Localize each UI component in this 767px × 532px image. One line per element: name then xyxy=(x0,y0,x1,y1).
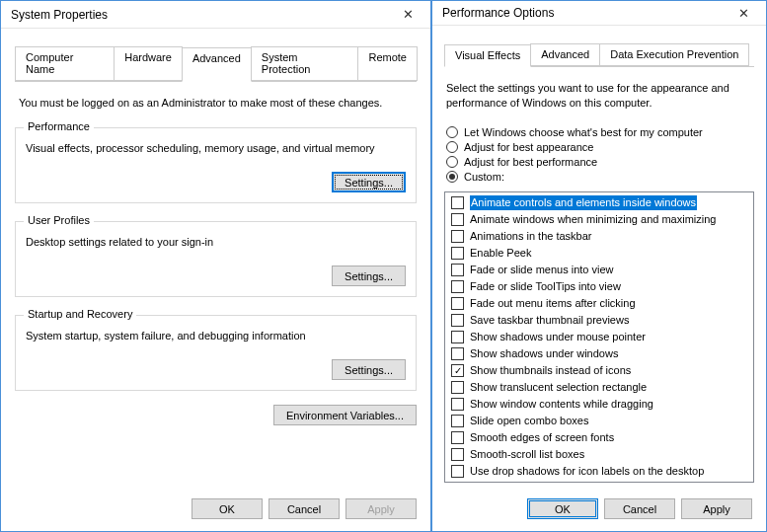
group-description: System startup, system failure, and debu… xyxy=(26,330,406,342)
radio-label: Let Windows choose what's best for my co… xyxy=(464,126,703,138)
list-item-label: Slide open combo boxes xyxy=(470,414,588,428)
startup-settings-button[interactable]: Settings... xyxy=(332,359,406,380)
titlebar: Performance Options ✕ xyxy=(432,1,766,26)
window-title: Performance Options xyxy=(442,6,554,20)
list-item[interactable]: Smooth edges of screen fonts xyxy=(445,429,753,446)
dialog-button-row: OK Cancel Apply xyxy=(1,489,430,531)
environment-variables-button[interactable]: Environment Variables... xyxy=(273,405,417,425)
intro-text: Select the settings you want to use for … xyxy=(446,81,752,110)
checkbox-icon[interactable] xyxy=(451,280,464,293)
radio-option[interactable]: Let Windows choose what's best for my co… xyxy=(446,126,754,138)
list-item[interactable]: Enable Peek xyxy=(445,245,753,262)
radio-group: Let Windows choose what's best for my co… xyxy=(446,123,754,186)
list-item-label: Fade or slide ToolTips into view xyxy=(470,279,621,294)
checkbox-icon[interactable] xyxy=(451,213,464,226)
list-item-label: Enable Peek xyxy=(470,246,531,261)
list-item[interactable]: Show shadows under mouse pointer xyxy=(445,329,753,345)
list-item-label: Fade out menu items after clicking xyxy=(470,296,636,311)
window-body: Visual EffectsAdvancedData Execution Pre… xyxy=(432,26,766,489)
list-item[interactable]: Show translucent selection rectangle xyxy=(445,379,753,396)
apply-button[interactable]: Apply xyxy=(681,498,752,519)
ok-button[interactable]: OK xyxy=(192,498,263,519)
checkbox-icon[interactable] xyxy=(451,415,464,427)
radio-icon xyxy=(446,126,458,138)
group-legend: Startup and Recovery xyxy=(24,308,136,320)
list-item[interactable]: Use drop shadows for icon labels on the … xyxy=(445,463,753,480)
list-item-label: Save taskbar thumbnail previews xyxy=(470,313,629,328)
checkbox-icon[interactable] xyxy=(451,448,464,461)
tab-data-execution-prevention[interactable]: Data Execution Prevention xyxy=(599,43,749,66)
list-item[interactable]: Fade or slide ToolTips into view xyxy=(445,278,753,295)
tab-visual-effects[interactable]: Visual Effects xyxy=(444,44,531,67)
radio-option[interactable]: Custom: xyxy=(446,171,754,183)
tab-system-protection[interactable]: System Protection xyxy=(251,46,359,81)
list-item[interactable]: Fade out menu items after clicking xyxy=(445,295,753,312)
radio-label: Adjust for best appearance xyxy=(464,141,593,153)
checkbox-icon[interactable] xyxy=(451,314,464,327)
list-item-label: Smooth-scroll list boxes xyxy=(470,447,584,462)
list-item[interactable]: Animations in the taskbar xyxy=(445,228,753,245)
list-item-label: Show window contents while dragging xyxy=(470,397,653,412)
list-item-label: Show translucent selection rectangle xyxy=(470,380,647,395)
group-legend: Performance xyxy=(24,120,94,132)
tab-hardware[interactable]: Hardware xyxy=(114,46,183,81)
apply-button[interactable]: Apply xyxy=(345,498,417,519)
checkbox-icon[interactable] xyxy=(451,247,464,260)
ok-button[interactable]: OK xyxy=(527,498,598,519)
list-item[interactable]: Animate controls and elements inside win… xyxy=(445,194,753,211)
cancel-button[interactable]: Cancel xyxy=(604,498,675,519)
list-item[interactable]: Show window contents while dragging xyxy=(445,396,753,413)
list-item[interactable]: Smooth-scroll list boxes xyxy=(445,446,753,463)
tab-advanced[interactable]: Advanced xyxy=(182,47,252,82)
close-button[interactable]: ✕ xyxy=(391,5,424,25)
dialog-button-row: OK Cancel Apply xyxy=(432,489,766,531)
list-item-label: Show thumbnails instead of icons xyxy=(470,363,631,378)
group-performance: Performance Visual effects, processor sc… xyxy=(15,127,417,203)
list-item-label: Show shadows under mouse pointer xyxy=(470,330,646,344)
window-body: Computer NameHardwareAdvancedSystem Prot… xyxy=(1,29,430,489)
list-item[interactable]: Fade or slide menus into view xyxy=(445,262,753,278)
radio-label: Adjust for best performance xyxy=(464,156,597,168)
close-button[interactable]: ✕ xyxy=(727,3,760,23)
list-item-label: Show shadows under windows xyxy=(470,346,618,361)
close-icon: ✕ xyxy=(403,7,414,22)
radio-icon xyxy=(446,141,458,153)
close-icon: ✕ xyxy=(738,6,749,21)
tab-computer-name[interactable]: Computer Name xyxy=(15,46,115,81)
checkbox-icon[interactable] xyxy=(451,331,464,343)
checkbox-icon[interactable] xyxy=(451,364,464,377)
checkbox-icon[interactable] xyxy=(451,196,464,209)
checkbox-icon[interactable] xyxy=(451,230,464,243)
list-item[interactable]: Animate windows when minimizing and maxi… xyxy=(445,211,753,228)
list-item[interactable]: Show thumbnails instead of icons xyxy=(445,362,753,379)
list-item[interactable]: Save taskbar thumbnail previews xyxy=(445,312,753,329)
radio-label: Custom: xyxy=(464,171,504,183)
window-title: System Properties xyxy=(11,8,108,22)
checkbox-icon[interactable] xyxy=(451,297,464,310)
checkbox-icon[interactable] xyxy=(451,431,464,444)
checkbox-icon[interactable] xyxy=(451,264,464,276)
checkbox-icon[interactable] xyxy=(451,465,464,478)
group-description: Desktop settings related to your sign-in xyxy=(26,236,406,248)
tab-advanced[interactable]: Advanced xyxy=(530,43,600,66)
checkbox-icon[interactable] xyxy=(451,347,464,360)
list-item-label: Animate windows when minimizing and maxi… xyxy=(470,212,716,227)
titlebar: System Properties ✕ xyxy=(1,1,430,29)
intro-text: You must be logged on as an Administrato… xyxy=(19,96,413,110)
performance-settings-button[interactable]: Settings... xyxy=(332,172,406,192)
radio-option[interactable]: Adjust for best appearance xyxy=(446,141,754,153)
checkbox-icon[interactable] xyxy=(451,398,464,411)
list-item-label: Animate controls and elements inside win… xyxy=(470,195,697,210)
list-item[interactable]: Show shadows under windows xyxy=(445,345,753,362)
system-properties-window: System Properties ✕ Computer NameHardwar… xyxy=(0,0,431,532)
list-item-label: Smooth edges of screen fonts xyxy=(470,430,614,445)
user-profiles-settings-button[interactable]: Settings... xyxy=(332,266,406,286)
radio-option[interactable]: Adjust for best performance xyxy=(446,156,754,168)
list-item-label: Animations in the taskbar xyxy=(470,229,592,244)
list-item[interactable]: Slide open combo boxes xyxy=(445,413,753,429)
visual-effects-list[interactable]: Animate controls and elements inside win… xyxy=(444,191,754,483)
tab-remote[interactable]: Remote xyxy=(357,46,418,81)
list-item-label: Use drop shadows for icon labels on the … xyxy=(470,464,704,479)
checkbox-icon[interactable] xyxy=(451,381,464,394)
cancel-button[interactable]: Cancel xyxy=(268,498,340,519)
